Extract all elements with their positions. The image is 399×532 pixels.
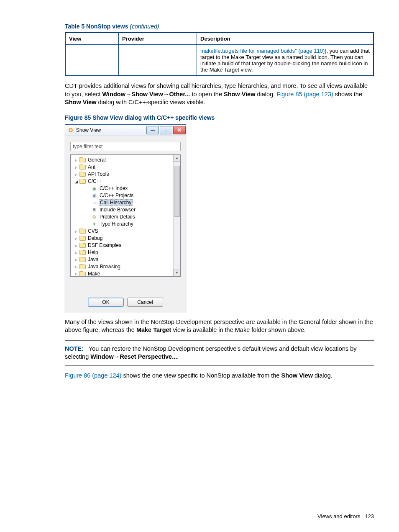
cell-description: makefile.targets file for managed builds… xyxy=(197,45,374,76)
tree-item-type-hierarchy[interactable]: ⬍Type Hierarchy xyxy=(72,221,172,228)
table-caption-continued: (continued) xyxy=(130,23,159,30)
dialog-title: Show View xyxy=(76,127,146,133)
nonstop-views-table: View Provider Description makefile.targe… xyxy=(65,32,374,76)
folder-icon xyxy=(79,236,85,241)
figure-86-link[interactable]: Figure 86 (page 124) xyxy=(65,372,121,379)
type-hierarchy-icon: ⬍ xyxy=(91,221,97,227)
page-footer: Views and editors 123 xyxy=(317,513,374,519)
chevron-right-icon[interactable]: ▹ xyxy=(74,265,79,269)
maximize-button[interactable]: □ xyxy=(160,126,172,134)
folder-icon xyxy=(79,257,85,262)
problem-details-icon: ✪ xyxy=(91,214,97,220)
paragraph-figure-86: Figure 86 (page 124) shows the one view … xyxy=(65,372,374,380)
chevron-right-icon[interactable]: ▹ xyxy=(74,250,79,255)
tree-item-debug[interactable]: ▹Debug xyxy=(72,235,172,242)
note-paragraph: NOTE: You can restore the NonStop Develo… xyxy=(65,345,374,361)
view-tree[interactable]: ▹General ▹Ant ▹API Tools ◢C/C++ ◉C/C++ I… xyxy=(71,155,173,276)
th-view: View xyxy=(65,33,119,45)
chevron-right-icon[interactable]: ▹ xyxy=(74,158,79,162)
scroll-thumb[interactable] xyxy=(174,166,180,217)
ok-button[interactable]: OK xyxy=(88,298,124,307)
th-provider: Provider xyxy=(119,33,197,45)
tree-item-help[interactable]: ▹Help xyxy=(72,249,172,256)
cell-view xyxy=(65,45,119,76)
tree-item-dsf[interactable]: ▹DSF Examples xyxy=(72,242,172,249)
folder-icon xyxy=(79,164,85,170)
divider xyxy=(65,340,374,341)
divider xyxy=(65,365,374,366)
folder-icon xyxy=(79,179,85,184)
makefile-targets-link[interactable]: makefile.targets file for managed builds… xyxy=(200,48,325,54)
svg-point-1 xyxy=(70,129,72,131)
folder-icon xyxy=(79,172,85,177)
folder-icon xyxy=(79,250,85,255)
chevron-right-icon[interactable]: ▹ xyxy=(74,229,79,234)
table-caption-main: Table 5 NonStop views xyxy=(65,23,128,30)
tree-item-general[interactable]: ▹General xyxy=(72,157,172,164)
show-view-dialog: Show View — □ ✕ ▹General ▹Ant ▹API Tools… xyxy=(65,124,186,312)
tree-item-ccpp-projects[interactable]: ▣C/C++ Projects xyxy=(72,192,172,199)
index-icon: ◉ xyxy=(91,185,97,191)
include-browser-icon: ≣ xyxy=(91,207,97,213)
tree-item-apitools[interactable]: ▹API Tools xyxy=(72,171,172,178)
tree-item-ccpp[interactable]: ◢C/C++ xyxy=(72,178,172,185)
cell-provider xyxy=(119,45,197,76)
chevron-right-icon[interactable]: ▹ xyxy=(74,272,79,276)
footer-page-number: 123 xyxy=(365,513,374,519)
note-label: NOTE: xyxy=(65,345,84,352)
app-icon xyxy=(68,127,74,133)
tree-item-make[interactable]: ▹Make xyxy=(72,270,172,276)
table-row: makefile.targets file for managed builds… xyxy=(65,45,373,76)
folder-icon xyxy=(79,157,85,162)
chevron-right-icon[interactable]: ▹ xyxy=(74,165,79,170)
table-caption: Table 5 NonStop views (continued) xyxy=(65,23,374,30)
projects-icon: ▣ xyxy=(91,193,97,198)
chevron-right-icon[interactable]: ▹ xyxy=(74,257,79,262)
paragraph-general-folder: Many of the views shown in the NonStop D… xyxy=(65,318,374,334)
titlebar[interactable]: Show View — □ ✕ xyxy=(65,125,186,136)
scroll-up-icon[interactable]: ▲ xyxy=(174,155,180,162)
figure-85-caption: Figure 85 Show View dialog with C/C++ sp… xyxy=(65,114,374,121)
close-button[interactable]: ✕ xyxy=(173,126,186,134)
folder-icon xyxy=(79,271,85,276)
filter-input[interactable] xyxy=(70,142,181,151)
folder-icon xyxy=(79,229,85,234)
tree-item-java-browsing[interactable]: ▹Java Browsing xyxy=(72,263,172,270)
tree-item-call-hierarchy[interactable]: ⇢Call Hierarchy xyxy=(72,199,172,206)
tree-item-ccpp-index[interactable]: ◉C/C++ Index xyxy=(72,185,172,192)
tree-item-include-browser[interactable]: ≣Include Browser xyxy=(72,206,172,213)
scroll-track[interactable] xyxy=(174,162,180,270)
tree-item-ant[interactable]: ▹Ant xyxy=(72,164,172,171)
figure-85-link[interactable]: Figure 85 (page 123) xyxy=(276,91,333,98)
folder-icon xyxy=(79,264,85,269)
chevron-right-icon[interactable]: ▹ xyxy=(74,236,79,241)
minimize-button[interactable]: — xyxy=(146,126,159,134)
scroll-down-icon[interactable]: ▼ xyxy=(174,270,180,276)
footer-section: Views and editors xyxy=(317,513,360,519)
scrollbar[interactable]: ▲ ▼ xyxy=(173,155,180,276)
chevron-down-icon[interactable]: ◢ xyxy=(74,179,79,184)
tree-item-cvs[interactable]: ▹CVS xyxy=(72,228,172,235)
tree-item-java[interactable]: ▹Java xyxy=(72,256,172,263)
folder-icon xyxy=(79,243,85,248)
tree-item-problem-details[interactable]: ✪Problem Details xyxy=(72,213,172,221)
chevron-right-icon[interactable]: ▹ xyxy=(74,243,79,248)
cancel-button[interactable]: Cancel xyxy=(127,298,163,307)
paragraph-cdt-views: CDT provides additional views for showin… xyxy=(65,82,374,107)
call-hierarchy-icon: ⇢ xyxy=(91,200,97,206)
th-description: Description xyxy=(197,33,374,45)
chevron-right-icon[interactable]: ▹ xyxy=(74,172,79,177)
